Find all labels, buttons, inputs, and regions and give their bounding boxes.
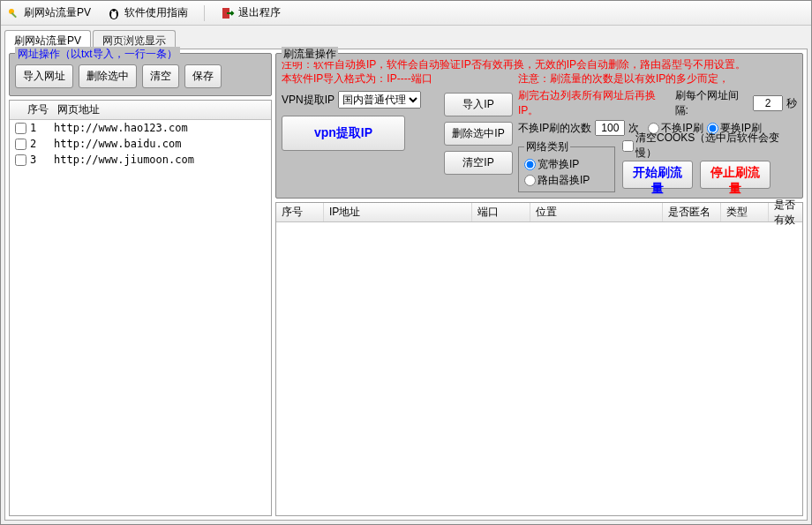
row-checkbox[interactable] (15, 154, 26, 166)
exit-icon (221, 6, 235, 20)
ip-col-port: 端口 (472, 203, 530, 221)
row-url: http://www.jiumoon.com (50, 154, 271, 166)
vpn-fetch-button[interactable]: vpn提取IP (282, 116, 405, 151)
url-table: 序号 网页地址 1http://www.hao123.com2http://ww… (9, 100, 272, 516)
menu-exit-label: 退出程序 (238, 5, 281, 20)
ip-col-type: 类型 (721, 203, 769, 221)
url-col-no: 序号 (10, 102, 54, 117)
svg-point-3 (111, 11, 117, 19)
traffic-ops-legend: 刷流量操作 (282, 47, 338, 62)
vpn-select[interactable]: 国内普通代理 (338, 91, 421, 109)
clear-cookies-label: 清空COOKS（选中后软件会变慢） (635, 131, 797, 161)
penguin-icon (107, 6, 121, 20)
ops-note2: 本软件IP导入格式为：IP----端口 (282, 71, 439, 86)
menu-exit[interactable]: 退出程序 (221, 5, 281, 20)
menu-guide-label: 软件使用指南 (124, 5, 188, 20)
menu-separator (204, 5, 205, 21)
radio-router-label: 路由器换IP (538, 173, 590, 188)
ops-rnote2: 刷完右边列表所有网址后再换IP。 (518, 88, 672, 118)
svg-point-5 (115, 11, 117, 12)
network-type-group: 网络类别 宽带换IP 路由器换IP (518, 139, 615, 192)
traffic-ops-group: 刷流量操作 注明：软件自动换IP，软件会自动验证IP否有效再换，无效的IP会自动… (275, 53, 803, 199)
clear-cookies-checkbox[interactable] (622, 140, 634, 152)
menu-guide[interactable]: 软件使用指南 (107, 5, 188, 20)
menu-traffic[interactable]: 刷网站流量PV (6, 5, 91, 20)
ip-col-valid: 是否有效 (769, 203, 802, 221)
vpn-label: VPN提取IP (282, 93, 335, 108)
clear-url-button[interactable]: 清空 (142, 64, 179, 88)
row-url: http://www.hao123.com (50, 122, 271, 134)
svg-rect-1 (11, 12, 17, 18)
delete-selected-url-button[interactable]: 删除选中 (79, 64, 137, 88)
start-button[interactable]: 开始刷流量 (622, 161, 693, 189)
ip-col-anon: 是否匿名 (663, 203, 721, 221)
ip-col-ip: IP地址 (324, 203, 472, 221)
radio-broadband-label: 宽带换IP (538, 157, 579, 172)
table-row[interactable]: 1http://www.hao123.com (10, 120, 271, 136)
url-col-url: 网页地址 (54, 102, 271, 117)
wand-icon (6, 6, 20, 20)
url-ops-legend: 网址操作（以txt导入，一行一条） (15, 47, 180, 62)
row-no: 1 (30, 122, 36, 134)
row-no: 3 (30, 154, 36, 166)
ops-rnote1: 注意：刷流量的次数是以有效IP的多少而定， (518, 71, 729, 86)
url-ops-group: 网址操作（以txt导入，一行一条） 导入网址 删除选中 清空 保存 (9, 53, 272, 96)
interval-input[interactable] (753, 95, 783, 111)
network-type-legend: 网络类别 (524, 139, 570, 154)
save-url-button[interactable]: 保存 (184, 64, 222, 88)
import-ip-button[interactable]: 导入IP (444, 93, 513, 116)
row-url: http://www.baidu.com (50, 138, 271, 150)
times-label: 不换IP刷的次数 (518, 121, 591, 136)
import-url-button[interactable]: 导入网址 (15, 64, 73, 88)
ip-col-loc: 位置 (530, 203, 663, 221)
table-row[interactable]: 2http://www.baidu.com (10, 136, 271, 152)
interval-label: 刷每个网址间隔: (675, 88, 750, 118)
svg-point-4 (111, 11, 113, 12)
row-checkbox[interactable] (15, 123, 26, 134)
menu-traffic-label: 刷网站流量PV (24, 5, 91, 20)
stop-button[interactable]: 停止刷流量 (700, 161, 771, 189)
radio-router[interactable] (524, 175, 536, 186)
clear-ip-button[interactable]: 清空IP (444, 151, 513, 175)
interval-unit: 秒 (786, 96, 797, 111)
tab-bar: 刷网站流量PV 网页浏览显示 (4, 29, 808, 49)
times-input[interactable] (595, 120, 625, 136)
ip-table: 序号 IP地址 端口 位置 是否匿名 类型 是否有效 (275, 202, 803, 516)
radio-broadband[interactable] (524, 159, 536, 170)
row-no: 2 (30, 138, 36, 150)
ops-note1: 注明：软件自动换IP，软件会自动验证IP否有效再换，无效的IP会自动删除，路由器… (282, 57, 797, 71)
menubar: 刷网站流量PV 软件使用指南 退出程序 (1, 1, 811, 26)
row-checkbox[interactable] (15, 139, 26, 150)
ip-col-no: 序号 (276, 203, 324, 221)
delete-selected-ip-button[interactable]: 删除选中IP (444, 122, 513, 146)
table-row[interactable]: 3http://www.jiumoon.com (10, 152, 271, 168)
